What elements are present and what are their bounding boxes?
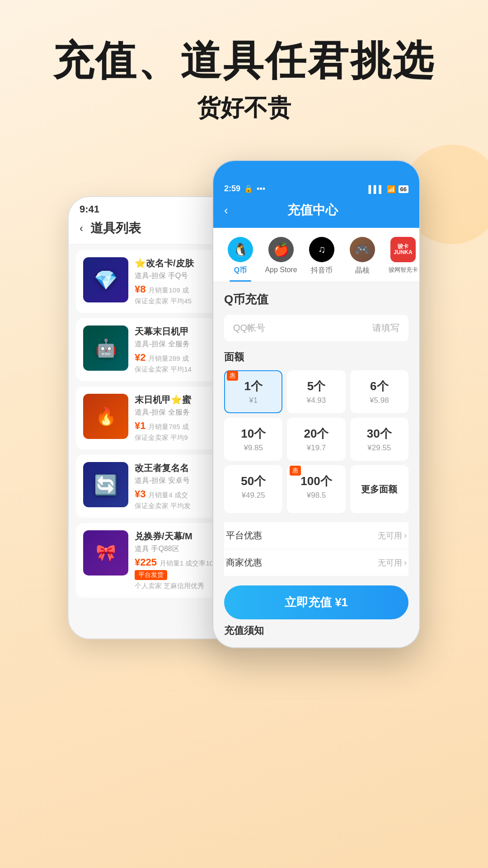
item-image-3: 🔥 <box>95 406 117 426</box>
item-price-3: ¥1 <box>135 420 145 431</box>
item-image-1: 💎 <box>94 269 117 291</box>
tab-icon-tiktok: ♫ <box>309 237 334 262</box>
tabs-row: 🐧 Q币 🍎 App Store ♫ 抖音币 🎮 <box>213 228 419 283</box>
back-arrow-left[interactable]: ‹ <box>80 222 83 235</box>
denomination-grid: 惠 1个 ¥1 5个 ¥4.93 6个 ¥5.98 10个 ¥9.85 <box>224 370 408 513</box>
platform-discount-label: 平台优惠 <box>226 529 262 542</box>
status-time-right: 2:59 🔒 ••• <box>224 184 265 193</box>
denom-cell-8[interactable]: 惠 100个 ¥98.5 <box>287 465 345 513</box>
item-thumb-2: 🤖 <box>83 326 128 371</box>
item-sales-3: 月销量785 成 <box>148 423 188 430</box>
denom-amount-1: 1个 <box>230 378 276 394</box>
denom-price-1: ¥1 <box>230 396 276 405</box>
item-desc-4: 道具-担保 安卓号 <box>135 476 224 486</box>
chevron-right-icon: › <box>404 531 407 540</box>
platform-tag-5: 平台发货 <box>135 570 167 580</box>
list-item[interactable]: 🤖 天幕末日机甲 道具-担保 全服务 ¥2月销量289 成 保证金卖家 平均14 <box>76 318 231 381</box>
item-guarantee-4: 保证金卖家 平均发 <box>135 502 224 510</box>
phone-right-header: ‹ 充值中心 <box>213 197 419 228</box>
item-price-5: ¥225 <box>135 557 157 568</box>
denom-price-2: ¥4.93 <box>293 396 339 405</box>
platform-discount-row[interactable]: 平台优惠 无可用 › <box>224 522 408 549</box>
item-sales-4: 月销量4 成交 <box>148 491 188 499</box>
item-guarantee-1: 保证金卖家 平均45 <box>135 297 224 306</box>
tab-qq[interactable]: 🐧 Q币 <box>222 237 258 282</box>
list-item[interactable]: 💎 ⭐改名卡/皮肤 道具-担保 手Q号 ¥8月销量109 成 保证金卖家 平均4… <box>76 250 231 313</box>
denom-cell-1[interactable]: 惠 1个 ¥1 <box>224 370 282 413</box>
phone-right: 2:59 🔒 ••• ▌▌▌ 📶 66 ‹ 充值中心 🐧 Q币 <box>212 160 420 648</box>
merchant-discount-label: 商家优惠 <box>226 557 262 569</box>
denom-price-4: ¥9.85 <box>230 443 276 453</box>
chevron-right-icon2: › <box>404 558 407 567</box>
tab-icon-apple: 🍎 <box>268 237 294 262</box>
recharge-title: Q币充值 <box>224 292 408 307</box>
status-dots: ••• <box>257 184 265 193</box>
list-item[interactable]: 🎀 兑换券/天幕/M 道具 手Q88区 ¥225月销量1 成交率100% 平台发… <box>76 523 231 598</box>
list-item[interactable]: 🔥 末日机甲⭐蜜 道具-担保 全服务 ¥1月销量785 成 保证金卖家 平均9 <box>76 387 231 449</box>
list-item[interactable]: 🔄 改王者复名名 道具-担保 安卓号 ¥3月销量4 成交 保证金卖家 平均发 <box>76 455 231 518</box>
item-name-4: 改王者复名名 <box>135 462 224 474</box>
tab-appstore[interactable]: 🍎 App Store <box>263 237 299 282</box>
denom-amount-7: 50个 <box>230 473 276 489</box>
hero-title: 充值、道具任君挑选 <box>27 36 461 85</box>
denom-price-3: ¥5.98 <box>357 396 402 405</box>
item-image-2: 🤖 <box>95 338 117 358</box>
denom-more-label: 更多面额 <box>357 473 402 505</box>
denom-price-5: ¥19.7 <box>293 443 339 453</box>
item-thumb-1: 💎 <box>83 257 128 302</box>
back-arrow-right[interactable]: ‹ <box>224 203 228 217</box>
item-sales-1: 月销量109 成 <box>148 286 188 294</box>
item-name-3: 末日机甲⭐蜜 <box>135 394 224 406</box>
tab-junka[interactable]: 骏卡JUNKA 骏网智充卡 <box>385 237 419 282</box>
item-price-4: ¥3 <box>135 488 145 500</box>
item-name-5: 兑换券/天幕/M <box>135 530 224 542</box>
item-name-2: 天幕末日机甲 <box>135 326 224 338</box>
phone-right-status-icons: ▌▌▌ 📶 66 <box>369 185 408 193</box>
denom-amount-6: 30个 <box>357 426 402 442</box>
item-thumb-5: 🎀 <box>83 530 128 576</box>
denom-cell-4[interactable]: 10个 ¥9.85 <box>224 418 282 461</box>
denom-cell-more[interactable]: 更多面额 <box>350 465 408 513</box>
denom-amount-2: 5个 <box>293 378 339 394</box>
item-guarantee-5: 个人卖家 芝麻信用优秀 <box>135 582 224 590</box>
tab-label-douyin: 抖音币 <box>311 266 333 275</box>
denom-cell-3[interactable]: 6个 ¥5.98 <box>350 370 408 413</box>
hero-section: 充值、道具任君挑选 货好不贵 <box>0 0 488 142</box>
item-info-4: 改王者复名名 道具-担保 安卓号 ¥3月销量4 成交 保证金卖家 平均发 <box>135 462 224 510</box>
item-thumb-4: 🔄 <box>83 462 128 507</box>
tab-douyin[interactable]: ♫ 抖音币 <box>304 237 340 282</box>
confirm-recharge-button[interactable]: 立即充值 ¥1 <box>224 585 408 619</box>
account-input-row[interactable]: QQ帐号 请填写 <box>224 315 408 341</box>
denom-amount-8: 100个 <box>293 473 339 489</box>
item-price-1: ¥8 <box>135 283 145 295</box>
denom-cell-5[interactable]: 20个 ¥19.7 <box>287 418 345 461</box>
tab-icon-game: 🎮 <box>350 237 375 262</box>
tab-jingheng[interactable]: 🎮 晶核 <box>344 237 380 282</box>
lock-icon: 🔒 <box>244 184 253 193</box>
denom-cell-7[interactable]: 50个 ¥49.25 <box>224 465 282 513</box>
tab-icon-qq: 🐧 <box>228 237 253 262</box>
item-sales-2: 月销量289 成 <box>148 354 188 362</box>
notice-title: 充值须知 <box>224 624 408 637</box>
denom-badge-8: 惠 <box>290 466 301 476</box>
item-image-5: 🎀 <box>96 543 116 562</box>
item-desc-1: 道具-担保 手Q号 <box>135 271 224 281</box>
item-desc-5: 道具 手Q88区 <box>135 544 224 554</box>
denom-price-7: ¥49.25 <box>230 491 276 500</box>
tab-icon-junka: 骏卡JUNKA <box>390 237 416 262</box>
tab-label-qq: Q币 <box>234 266 247 275</box>
denom-cell-2[interactable]: 5个 ¥4.93 <box>287 370 345 413</box>
denom-price-6: ¥29.55 <box>357 443 402 453</box>
phones-container: 9:41 ‹ 道具列表 💎 ⭐改名卡/皮肤 道具-担保 手Q号 ¥8月销量109… <box>0 142 488 675</box>
phone-right-statusbar: 2:59 🔒 ••• ▌▌▌ 📶 66 <box>213 161 419 197</box>
item-info-1: ⭐改名卡/皮肤 道具-担保 手Q号 ¥8月销量109 成 保证金卖家 平均45 <box>135 257 224 306</box>
item-thumb-3: 🔥 <box>83 394 128 439</box>
item-info-3: 末日机甲⭐蜜 道具-担保 全服务 ¥1月销量785 成 保证金卖家 平均9 <box>135 394 224 442</box>
merchant-discount-value: 无可用 › <box>378 557 407 568</box>
account-placeholder: 请填写 <box>372 322 399 334</box>
denom-badge-1: 惠 <box>227 371 238 381</box>
denom-cell-6[interactable]: 30个 ¥29.55 <box>350 418 408 461</box>
denom-price-8: ¥98.5 <box>293 491 339 500</box>
item-info-2: 天幕末日机甲 道具-担保 全服务 ¥2月销量289 成 保证金卖家 平均14 <box>135 326 224 374</box>
merchant-discount-row[interactable]: 商家优惠 无可用 › <box>224 549 408 576</box>
